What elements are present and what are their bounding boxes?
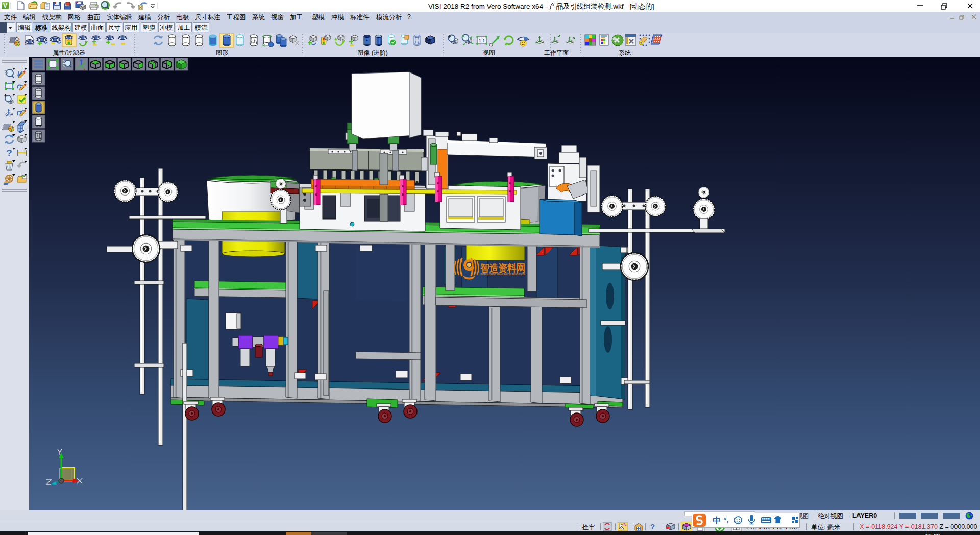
svg-text:1:1: 1:1 — [479, 38, 485, 43]
svg-text:智造资料网: 智造资料网 — [480, 262, 525, 274]
svg-text:V: V — [3, 2, 7, 9]
svg-text:°,: °, — [724, 516, 728, 524]
svg-text:属性/过滤器: 属性/过滤器 — [53, 49, 85, 56]
svg-text:图像 (进阶): 图像 (进阶) — [357, 49, 387, 56]
svg-text:图形: 图形 — [216, 49, 228, 56]
svg-text:系统: 系统 — [619, 49, 631, 56]
svg-text:?: ? — [6, 148, 12, 158]
svg-text:视图: 视图 — [482, 49, 495, 56]
svg-text:INTELLIGENT MANUFACTURING DATA: INTELLIGENT MANUFACTURING DATA — [480, 273, 525, 276]
svg-text:工作平面: 工作平面 — [544, 49, 569, 56]
svg-text:中: 中 — [713, 516, 721, 525]
